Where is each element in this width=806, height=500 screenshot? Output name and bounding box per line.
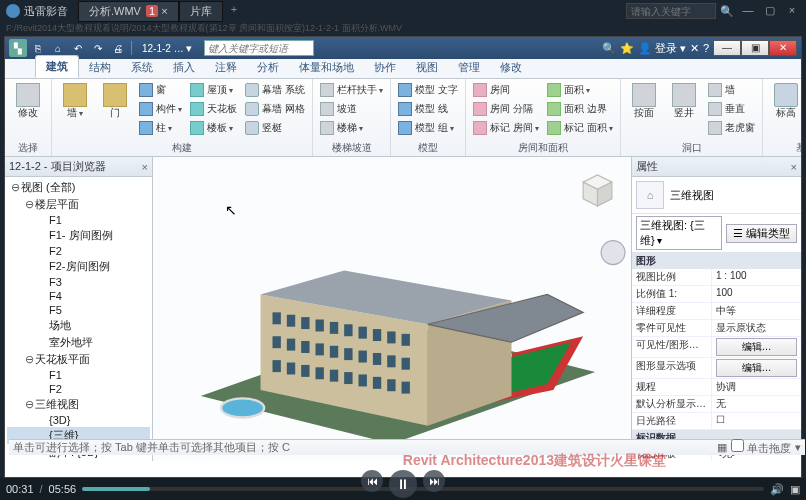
- ribbon-tab-建筑[interactable]: 建筑: [35, 55, 79, 78]
- ribbon-btn-模型 文字[interactable]: 模型 文字: [395, 81, 461, 99]
- ribbon-btn-垂直[interactable]: 垂直: [705, 100, 758, 118]
- prop-row[interactable]: 详细程度中等: [632, 303, 801, 320]
- ribbon-btn-构件[interactable]: 构件: [136, 100, 185, 118]
- login-button[interactable]: 👤 登录 ▾: [638, 41, 686, 56]
- ribbon-btn-楼梯[interactable]: 楼梯: [317, 119, 386, 137]
- ribbon-btn-竖梃[interactable]: 竖梃: [242, 119, 308, 137]
- prop-row[interactable]: 视图比例1 : 100: [632, 269, 801, 286]
- doc-dropdown-icon[interactable]: ▾: [186, 42, 192, 55]
- nav-wheel-icon[interactable]: [601, 241, 625, 265]
- prop-row[interactable]: 图形显示选项编辑…: [632, 358, 801, 379]
- prop-value[interactable]: 100: [712, 286, 801, 302]
- player-tab-library[interactable]: 片库: [179, 1, 223, 22]
- play-pause-button[interactable]: ⏸: [389, 470, 417, 498]
- tree-node[interactable]: F4: [7, 289, 150, 303]
- ribbon-btn-幕墙 网格[interactable]: 幕墙 网格: [242, 100, 308, 118]
- tree-node[interactable]: ⊖视图 (全部): [7, 179, 150, 196]
- subscription-icon[interactable]: ⭐: [620, 42, 634, 55]
- ribbon-tab-结构[interactable]: 结构: [79, 57, 121, 78]
- tree-node[interactable]: ⊖楼层平面: [7, 196, 150, 213]
- tree-node[interactable]: F1: [7, 213, 150, 227]
- panel-close-icon[interactable]: ×: [791, 161, 797, 173]
- ribbon-btn-柱[interactable]: 柱: [136, 119, 185, 137]
- ribbon-tab-注释[interactable]: 注释: [205, 57, 247, 78]
- qat-redo-icon[interactable]: ↷: [89, 39, 107, 57]
- tree-node[interactable]: 场地: [7, 317, 150, 334]
- viewcube[interactable]: [583, 175, 612, 206]
- tree-node[interactable]: 室外地坪: [7, 334, 150, 351]
- tree-node[interactable]: F3: [7, 275, 150, 289]
- revit-close-button[interactable]: ✕: [769, 40, 797, 56]
- prop-value[interactable]: 编辑…: [712, 337, 801, 357]
- prop-value[interactable]: 协调: [712, 379, 801, 395]
- revit-min-button[interactable]: —: [713, 40, 741, 56]
- player-tab-video[interactable]: 分析.WMV 1 ×: [78, 1, 179, 22]
- ribbon-btn-模型 组[interactable]: 模型 组: [395, 119, 461, 137]
- ribbon-btn-老虎窗[interactable]: 老虎窗: [705, 119, 758, 137]
- tree-node[interactable]: F1- 房间图例: [7, 227, 150, 244]
- prop-value[interactable]: 无: [712, 396, 801, 412]
- tree-node[interactable]: F2: [7, 244, 150, 258]
- help-icon[interactable]: ?: [703, 42, 709, 54]
- prop-edit-button[interactable]: 编辑…: [716, 338, 797, 356]
- app-menu-icon[interactable]: ▚: [9, 39, 27, 57]
- prop-section-header[interactable]: 图形: [632, 253, 801, 269]
- prop-row[interactable]: 零件可见性显示原状态: [632, 320, 801, 337]
- ribbon-btn-模型 线[interactable]: 模型 线: [395, 100, 461, 118]
- ribbon-btn-墙[interactable]: 墙: [705, 81, 758, 99]
- help-search-input[interactable]: [204, 40, 314, 56]
- ribbon-btn-标高[interactable]: 标高: [767, 81, 801, 120]
- player-search-input[interactable]: [626, 3, 716, 19]
- ribbon-btn-天花板[interactable]: 天花板: [187, 100, 240, 118]
- prop-row[interactable]: 默认分析显示…无: [632, 396, 801, 413]
- prev-button[interactable]: ⏮: [361, 470, 383, 492]
- tree-toggle-icon[interactable]: ⊖: [11, 181, 21, 194]
- ribbon-tab-管理[interactable]: 管理: [448, 57, 490, 78]
- type-selector[interactable]: 三维视图: {三维} ▾: [636, 216, 722, 250]
- prop-row[interactable]: 比例值 1:100: [632, 286, 801, 303]
- qat-print-icon[interactable]: 🖨: [109, 39, 127, 57]
- player-close-button[interactable]: ×: [784, 4, 800, 18]
- tree-node[interactable]: ⊖天花板平面: [7, 351, 150, 368]
- ribbon-btn-房间[interactable]: 房间: [470, 81, 542, 99]
- tree-node[interactable]: {3D}: [7, 413, 150, 427]
- ribbon-btn-面积 边界[interactable]: 面积 边界: [544, 100, 616, 118]
- prop-row[interactable]: 可见性/图形…编辑…: [632, 337, 801, 358]
- chevron-down-icon[interactable]: ▾: [795, 441, 801, 454]
- tree-toggle-icon[interactable]: ⊖: [25, 353, 35, 366]
- ribbon-btn-墙[interactable]: 墙: [56, 81, 94, 137]
- selection-filter-icon[interactable]: ▦: [717, 441, 727, 454]
- search-icon[interactable]: 🔍: [720, 5, 734, 18]
- tree-node[interactable]: F1: [7, 368, 150, 382]
- ribbon-btn-标记 房间[interactable]: 标记 房间: [470, 119, 542, 137]
- volume-icon[interactable]: 🔊: [770, 483, 784, 496]
- prop-value[interactable]: 1 : 100: [712, 269, 801, 285]
- tree-node[interactable]: F2-房间图例: [7, 258, 150, 275]
- tree-toggle-icon[interactable]: ⊖: [25, 398, 35, 411]
- prop-edit-button[interactable]: 编辑…: [716, 359, 797, 377]
- tree-node[interactable]: ⊖三维视图: [7, 396, 150, 413]
- prop-row[interactable]: 规程协调: [632, 379, 801, 396]
- ribbon-btn-窗[interactable]: 窗: [136, 81, 185, 99]
- edit-type-button[interactable]: ☰ 编辑类型: [726, 224, 797, 243]
- next-button[interactable]: ⏭: [423, 470, 445, 492]
- exchange-icon[interactable]: ✕: [690, 42, 699, 55]
- ribbon-btn-幕墙 系统[interactable]: 幕墙 系统: [242, 81, 308, 99]
- ribbon-btn-修改[interactable]: 修改: [9, 81, 47, 120]
- ribbon-tab-插入[interactable]: 插入: [163, 57, 205, 78]
- fullscreen-icon[interactable]: ▣: [790, 483, 800, 496]
- prop-value[interactable]: 中等: [712, 303, 801, 319]
- prop-value[interactable]: 显示原状态: [712, 320, 801, 336]
- tree-toggle-icon[interactable]: ⊖: [25, 198, 35, 211]
- ribbon-btn-竖井[interactable]: 竖井: [665, 81, 703, 137]
- search-go-icon[interactable]: 🔍: [602, 42, 616, 55]
- prop-value[interactable]: ☐: [712, 413, 801, 429]
- 3d-viewport[interactable]: ↖: [153, 157, 631, 461]
- player-tab-add[interactable]: +: [223, 1, 245, 22]
- ribbon-btn-按面[interactable]: 按面: [625, 81, 663, 137]
- ribbon-btn-门[interactable]: 门: [96, 81, 134, 137]
- ribbon-tab-体量和场地[interactable]: 体量和场地: [289, 57, 364, 78]
- ribbon-btn-坡道[interactable]: 坡道: [317, 100, 386, 118]
- ribbon-tab-协作[interactable]: 协作: [364, 57, 406, 78]
- ribbon-tab-分析[interactable]: 分析: [247, 57, 289, 78]
